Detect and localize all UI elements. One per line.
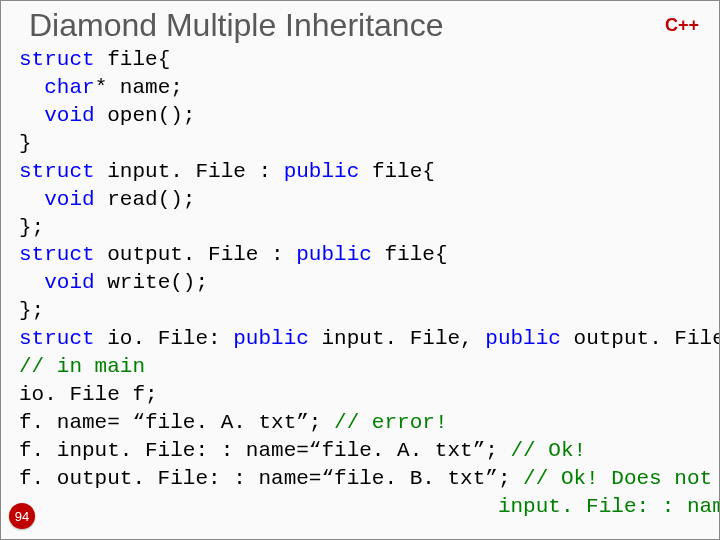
code-line: struct output. File : public file{ bbox=[19, 241, 719, 269]
code-text: write(); bbox=[95, 271, 208, 294]
code-text: }; bbox=[19, 216, 44, 239]
comment: input. File: : name bbox=[498, 495, 720, 518]
code-text bbox=[19, 271, 44, 294]
code-text bbox=[19, 76, 44, 99]
code-line: f. name= “file. A. txt”; // error! bbox=[19, 409, 719, 437]
code-line: void open(); bbox=[19, 102, 719, 130]
code-line: // in main bbox=[19, 353, 719, 381]
language-badge: C++ bbox=[665, 15, 699, 36]
keyword: char bbox=[44, 76, 94, 99]
comment: // Ok! Does not change bbox=[523, 467, 720, 490]
code-text: file{ bbox=[359, 160, 435, 183]
code-line: }; bbox=[19, 214, 719, 242]
keyword: void bbox=[44, 188, 94, 211]
slide-title: Diamond Multiple Inheritance bbox=[1, 1, 719, 44]
code-text: file{ bbox=[95, 48, 171, 71]
code-line: f. output. File: : name=“file. B. txt”; … bbox=[19, 465, 719, 493]
code-line: struct input. File : public file{ bbox=[19, 158, 719, 186]
keyword: struct bbox=[19, 160, 95, 183]
code-text bbox=[19, 495, 498, 518]
keyword: public bbox=[284, 160, 360, 183]
code-text: input. File, bbox=[309, 327, 485, 350]
code-text: * name; bbox=[95, 76, 183, 99]
code-line: char* name; bbox=[19, 74, 719, 102]
code-line: io. File f; bbox=[19, 381, 719, 409]
keyword: void bbox=[44, 104, 94, 127]
code-block: struct file{ char* name; void open();}st… bbox=[1, 44, 719, 521]
keyword: struct bbox=[19, 327, 95, 350]
code-text: f. output. File: : name=“file. B. txt”; bbox=[19, 467, 523, 490]
code-line: struct file{ bbox=[19, 46, 719, 74]
code-line: void write(); bbox=[19, 269, 719, 297]
code-text: file{ bbox=[372, 243, 448, 266]
code-text: input. File : bbox=[95, 160, 284, 183]
keyword: public bbox=[296, 243, 372, 266]
code-line: struct io. File: public input. File, pub… bbox=[19, 325, 719, 353]
code-line: input. File: : name bbox=[19, 493, 719, 521]
code-text: open(); bbox=[95, 104, 196, 127]
comment: // error! bbox=[334, 411, 447, 434]
code-text: f. input. File: : name=“file. A. txt”; bbox=[19, 439, 510, 462]
code-text: io. File: bbox=[95, 327, 234, 350]
code-text: read(); bbox=[95, 188, 196, 211]
comment: // Ok! bbox=[510, 439, 586, 462]
code-text: output. File : bbox=[95, 243, 297, 266]
code-text bbox=[19, 188, 44, 211]
page-number-badge: 94 bbox=[9, 503, 35, 529]
code-line: f. input. File: : name=“file. A. txt”; /… bbox=[19, 437, 719, 465]
keyword: void bbox=[44, 271, 94, 294]
code-text: }; bbox=[19, 299, 44, 322]
code-text: output. File{}; bbox=[561, 327, 720, 350]
code-line: void read(); bbox=[19, 186, 719, 214]
keyword: public bbox=[485, 327, 561, 350]
code-text: } bbox=[19, 132, 32, 155]
code-text: f. name= “file. A. txt”; bbox=[19, 411, 334, 434]
code-text bbox=[19, 104, 44, 127]
code-line: } bbox=[19, 130, 719, 158]
keyword: struct bbox=[19, 243, 95, 266]
comment: // in main bbox=[19, 355, 145, 378]
keyword: public bbox=[233, 327, 309, 350]
keyword: struct bbox=[19, 48, 95, 71]
code-text: io. File f; bbox=[19, 383, 158, 406]
code-line: }; bbox=[19, 297, 719, 325]
